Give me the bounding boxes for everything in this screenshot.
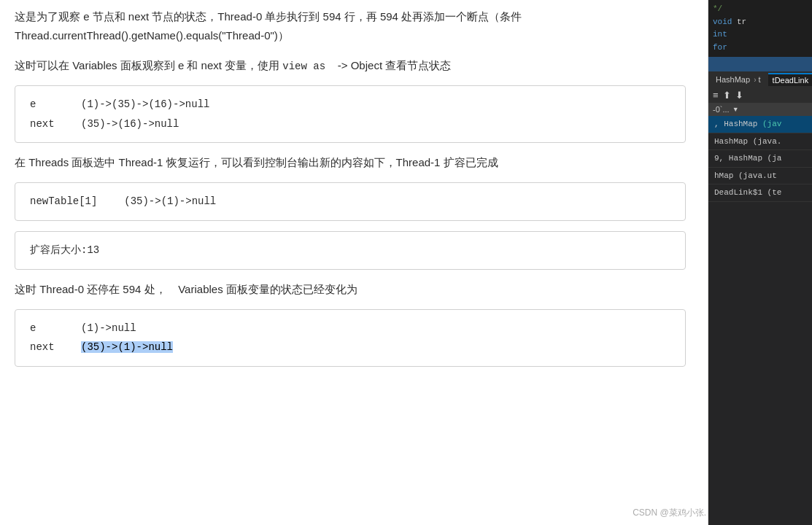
var-item-1[interactable]: , HashMap (jav <box>708 116 812 133</box>
code-line-comment: */ <box>713 3 808 16</box>
paragraph-3-text: 在 Threads 面板选中 Thread-1 恢复运行，可以看到控制台输出新的… <box>15 156 498 168</box>
dropdown[interactable]: -0`... ▼ <box>708 103 812 116</box>
code-line: newTable[1] (35)->(1)->null <box>30 192 670 211</box>
variables-panel: , HashMap (jav HashMap (java. 9, HashMap… <box>708 116 812 525</box>
code-line: next (35)->(16)->null <box>30 114 670 134</box>
var-item-5[interactable]: DeadLink$1 (te <box>708 184 812 202</box>
paragraph-3: 在 Threads 面板选中 Thread-1 恢复运行，可以看到控制台输出新的… <box>15 153 686 172</box>
menu-icon[interactable]: ≡ <box>713 90 719 101</box>
code-line-int: int <box>713 28 808 42</box>
code-label-e: e <box>30 95 66 114</box>
code-label-newtable: newTable[1] <box>30 192 97 211</box>
down-icon[interactable]: ⬇ <box>735 90 743 101</box>
var-text-1: , HashMap (jav <box>714 120 781 128</box>
var-item-3[interactable]: 9, HashMap (ja <box>708 150 812 168</box>
toolbar: ≡ ⬆ ⬇ <box>708 88 812 103</box>
dropdown-label: -0`... <box>713 105 730 114</box>
paragraph-4: 这时 Thread-0 还停在 594 处， Variables 面板变量的状态… <box>15 280 686 299</box>
var-item-4[interactable]: hMap (java.ut <box>708 168 812 185</box>
var-text-4: hMap (java.ut <box>714 171 777 180</box>
code-value-e2: (1)->null <box>81 319 136 338</box>
code-block-1: e (1)->(35)->(16)->null next (35)->(16)-… <box>15 85 686 143</box>
code-line-for: for <box>713 42 808 55</box>
main-content: 这是为了观察 e 节点和 next 节点的状态，Thread-0 单步执行到 5… <box>0 0 708 525</box>
paragraph-2-text: 这时可以在 Variables 面板观察到 e 和 next 变量，使用 vie… <box>15 59 451 71</box>
code-value-next2: (35)->(1)->null <box>81 338 173 357</box>
watermark-text: CSDN @菜鸡小张. <box>633 508 706 518</box>
code-value-e: (1)->(35)->(16)->null <box>81 95 209 114</box>
var-text-2: HashMap (java. <box>714 137 781 146</box>
var-text-5: DeadLink$1 (te <box>714 188 781 197</box>
code-block-3: 扩容后大小:13 <box>15 231 686 270</box>
paragraph-1-text: 这是为了观察 e 节点和 next 节点的状态，Thread-0 单步执行到 5… <box>15 10 522 42</box>
code-label-next: next <box>30 114 66 134</box>
tabs-bar: HashMap › t tDeadLink × <box>708 71 812 88</box>
right-panel: */ void tr int for HashMap › t tDeadLink… <box>708 0 812 525</box>
code-value-size: 扩容后大小:13 <box>30 241 99 260</box>
code-line: e (1)->null <box>30 319 670 338</box>
watermark: CSDN @菜鸡小张. <box>633 507 706 519</box>
var-item-2[interactable]: HashMap (java. <box>708 133 812 151</box>
code-line: next (35)->(1)->null <box>30 338 670 357</box>
code-label-next2: next <box>30 338 66 357</box>
code-block-4: e (1)->null next (35)->(1)->null <box>15 309 686 367</box>
code-line: e (1)->(35)->(16)->null <box>30 95 670 114</box>
tab-tdeadlink[interactable]: tDeadLink × <box>768 73 812 86</box>
paragraph-4-text: 这时 Thread-0 还停在 594 处， Variables 面板变量的状态… <box>15 283 357 295</box>
code-value-next: (35)->(16)->null <box>81 114 179 134</box>
code-line-void: void tr <box>713 16 808 29</box>
code-block-2: newTable[1] (35)->(1)->null <box>15 182 686 221</box>
highlighted-line <box>708 57 812 71</box>
up-icon[interactable]: ⬆ <box>723 90 731 101</box>
tab-hashmap[interactable]: HashMap › t <box>711 74 765 85</box>
right-panel-code: */ void tr int for <box>708 0 812 57</box>
paragraph-1: 这是为了观察 e 节点和 next 节点的状态，Thread-0 单步执行到 5… <box>15 7 686 46</box>
dropdown-arrow-icon: ▼ <box>732 106 739 113</box>
var-text-3: 9, HashMap (ja <box>714 154 781 163</box>
paragraph-2: 这时可以在 Variables 面板观察到 e 和 next 变量，使用 vie… <box>15 56 686 76</box>
code-line: 扩容后大小:13 <box>30 241 670 260</box>
code-label-e2: e <box>30 319 66 338</box>
code-value-newtable: (35)->(1)->null <box>112 192 216 211</box>
